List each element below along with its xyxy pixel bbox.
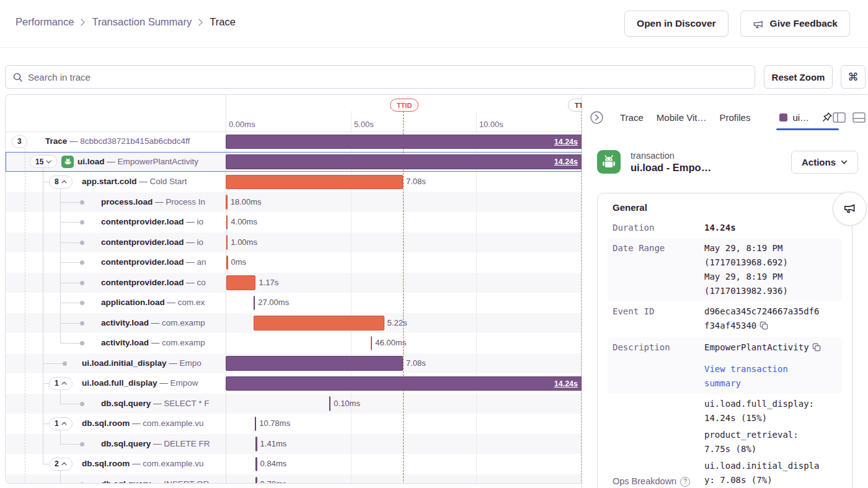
span-bar-cell: 1.17s — [226, 273, 582, 293]
span-bar-cell: 10.78ms — [226, 414, 582, 434]
general-section-title: General — [608, 201, 842, 218]
trace-row[interactable]: 1ui.load.full_display — Empow14.24s — [6, 373, 582, 394]
span-bar[interactable] — [255, 477, 257, 484]
general-section-card: General Duration 14.24s Date Range May 2… — [597, 193, 852, 488]
pin-icon[interactable] — [822, 112, 833, 123]
span-bar[interactable] — [226, 235, 228, 250]
tab-mobile-vitals[interactable]: Mobile Vit… — [657, 112, 707, 123]
span-dot — [80, 402, 84, 406]
view-transaction-summary-link[interactable]: View transaction summary — [704, 362, 823, 391]
span-dot — [80, 241, 84, 245]
marker-ttid-pill[interactable]: TTID — [390, 99, 418, 112]
trace-row[interactable]: db.sql.query — DELETE FR1.41ms — [6, 434, 582, 455]
span-bar-cell: 4.00ms — [226, 212, 582, 233]
span-bar[interactable] — [255, 437, 257, 451]
breadcrumb: Performance Transaction Summary Trace — [16, 16, 236, 28]
span-label: db.sql.room — com.example.vu — [82, 414, 204, 434]
copy-icon[interactable] — [812, 342, 821, 356]
trace-row[interactable]: process.load — Process In18.00ms — [6, 192, 582, 213]
shortcut-command-button[interactable]: ⌘ — [841, 65, 866, 89]
trace-row[interactable]: db.sql.query — INSERT OR0.78ms — [6, 474, 582, 484]
span-bar[interactable] — [226, 275, 255, 290]
span-duration-label: 0.10ms — [334, 394, 360, 414]
span-bar[interactable] — [329, 396, 331, 411]
event-id-row: Event ID d96eca345c724667a35df6f34af4534… — [608, 301, 842, 337]
span-tree-cell: contentprovider.load — co — [6, 273, 226, 293]
date-range-row: Date Range May 29, 8:19 PM (1717013968.6… — [608, 238, 842, 301]
open-in-discover-button[interactable]: Open in Discover — [624, 11, 728, 37]
span-label: ui.load — EmpowerPlantActivity — [78, 152, 198, 172]
chevron-right-icon — [198, 18, 203, 27]
help-icon[interactable]: ? — [680, 477, 690, 487]
trace-row[interactable]: ui.load.initial_display — Empo7.08s — [6, 353, 582, 374]
span-duration-label: 0ms — [231, 252, 247, 273]
marker-ttfd-pill[interactable]: TTFD — [568, 99, 582, 112]
span-dot — [80, 442, 84, 446]
trace-row[interactable]: 8app.start.cold — Cold Start7.08s — [6, 172, 582, 192]
span-bar[interactable] — [255, 457, 257, 472]
span-bar[interactable] — [254, 296, 255, 311]
breadcrumb-transaction-summary[interactable]: Transaction Summary — [92, 16, 192, 28]
copy-icon[interactable] — [760, 320, 768, 334]
trace-row[interactable]: db.sql.query — SELECT * F0.10ms — [6, 394, 582, 414]
description-value: EmpowerPlantActivity — [704, 342, 809, 352]
megaphone-icon — [843, 201, 857, 217]
span-count-badge[interactable]: 3 — [12, 135, 27, 148]
actions-button[interactable]: Actions — [791, 151, 858, 174]
span-bar[interactable]: 14.24s — [226, 376, 582, 391]
span-duration-label: 5.22s — [388, 313, 407, 334]
span-dot — [80, 200, 84, 205]
span-bar-cell: 27.00ms — [226, 293, 582, 313]
span-count-badge[interactable]: 1 — [49, 377, 73, 390]
tab-trace[interactable]: Trace — [620, 112, 644, 123]
trace-row[interactable]: contentprovider.load — io4.00ms — [6, 212, 582, 233]
feedback-float-button[interactable] — [833, 192, 867, 226]
date-range-end: May 29, 8:19 PM (1717013982.936) — [704, 270, 823, 298]
trace-row[interactable]: activity.load — com.examp5.22s — [6, 313, 582, 334]
span-count-badge[interactable]: 8 — [49, 175, 73, 189]
span-bar[interactable] — [226, 215, 228, 230]
trace-row[interactable]: contentprovider.load — co1.17s — [6, 273, 582, 293]
span-count-badge[interactable]: 1 — [49, 417, 73, 430]
span-duration-label: 14.24s — [554, 155, 578, 170]
span-bar[interactable] — [226, 195, 228, 210]
trace-row[interactable]: application.load — com.ex27.00ms — [6, 293, 582, 313]
tab-profiles[interactable]: Profiles — [719, 112, 750, 123]
span-count-badge[interactable]: 15 — [30, 155, 57, 168]
span-dot — [80, 341, 84, 345]
span-bar[interactable] — [226, 356, 403, 371]
reset-zoom-button[interactable]: Reset Zoom — [764, 65, 833, 89]
span-label: application.load — com.ex — [101, 293, 205, 313]
trace-row[interactable]: 3Trace — 8cbbcd38721b415ab6cbdc4ff14.24s — [6, 131, 582, 152]
trace-row[interactable]: activity.load — com.examp46.00ms — [6, 333, 582, 353]
span-bar[interactable] — [226, 175, 403, 190]
search-input[interactable] — [28, 72, 748, 82]
span-label: process.load — Process In — [101, 192, 205, 213]
trace-row[interactable]: contentprovider.load — an0ms — [6, 252, 582, 273]
span-count-badge[interactable]: 2 — [49, 458, 73, 471]
span-bar[interactable] — [226, 255, 228, 270]
event-id-label: Event ID — [613, 304, 704, 334]
span-bar[interactable] — [254, 316, 384, 331]
span-tree-cell: db.sql.query — DELETE FR — [6, 434, 226, 455]
layout-drawer-left-icon[interactable] — [833, 112, 846, 123]
breadcrumb-performance[interactable]: Performance — [16, 16, 74, 28]
trace-row[interactable]: contentprovider.load — io1.00ms — [6, 233, 582, 253]
trace-row[interactable]: 1db.sql.room — com.example.vu10.78ms — [6, 414, 582, 434]
span-label: contentprovider.load — io — [101, 212, 203, 233]
span-bar[interactable]: 14.24s — [226, 135, 582, 149]
span-label: db.sql.room — com.example.vu — [82, 454, 204, 474]
span-tree-cell: 1db.sql.room — com.example.vu — [6, 414, 226, 434]
span-bar[interactable]: 14.24s — [226, 154, 582, 169]
span-bar[interactable] — [371, 336, 373, 351]
span-duration-label: 1.00ms — [231, 233, 257, 253]
trace-row[interactable]: 15ui.load — EmpowerPlantActivity14.24s — [6, 152, 582, 172]
layout-drawer-bottom-icon[interactable] — [852, 112, 866, 123]
give-feedback-button[interactable]: Give Feedback — [740, 11, 850, 37]
expand-drawer-icon[interactable] — [590, 110, 604, 125]
tab-active-transaction[interactable]: ui… — [779, 112, 833, 123]
span-duration-label: 4.00ms — [231, 212, 257, 233]
span-bar[interactable] — [255, 417, 257, 432]
span-label: db.sql.query — SELECT * F — [101, 394, 210, 414]
trace-row[interactable]: 2db.sql.room — com.example.vu0.84ms — [6, 454, 582, 474]
